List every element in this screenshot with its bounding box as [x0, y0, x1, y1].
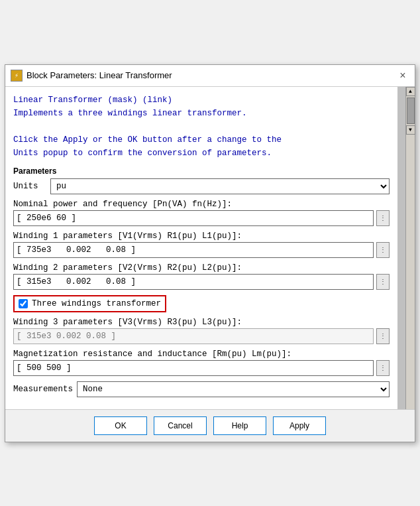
nominal-menu-btn[interactable]: ⋮	[376, 210, 390, 226]
ok-button[interactable]: OK	[94, 416, 147, 435]
units-label: Units	[13, 182, 46, 191]
help-button[interactable]: Help	[213, 416, 266, 435]
desc-line2: Implements a three windings linear trans…	[13, 107, 390, 120]
winding3-input-row: ⋮	[13, 328, 390, 344]
scroll-down-arrow[interactable]: ▼	[406, 125, 415, 135]
content-wrapper: Linear Transformer (mask) (link) Impleme…	[5, 87, 415, 409]
winding3-menu-btn[interactable]: ⋮	[376, 328, 390, 344]
title-bar-left: ⚡ Block Parameters: Linear Transformer	[11, 70, 172, 82]
measurements-label: Measurements	[13, 385, 73, 394]
scroll-up-arrow[interactable]: ▲	[406, 87, 415, 96]
mag-menu-btn[interactable]: ⋮	[376, 360, 390, 376]
units-row: Units pu	[13, 178, 390, 194]
dialog-title: Block Parameters: Linear Transformer	[26, 70, 172, 80]
winding1-menu-btn[interactable]: ⋮	[376, 242, 390, 258]
mag-input-row: ⋮	[13, 360, 390, 376]
winding1-input[interactable]	[13, 242, 374, 258]
title-bar: ⚡ Block Parameters: Linear Transformer ×	[5, 65, 415, 87]
button-row: OK Cancel Help Apply	[5, 409, 415, 442]
desc-line4: Click the Apply or the OK button after a…	[13, 133, 390, 147]
apply-button[interactable]: Apply	[273, 416, 326, 435]
icon-symbol: ⚡	[15, 72, 19, 80]
winding1-label: Winding 1 parameters [V1(Vrms) R1(pu) L1…	[13, 231, 390, 241]
desc-line3	[13, 120, 390, 133]
mag-input[interactable]	[13, 360, 374, 376]
three-windings-label: Three windings transformer	[32, 299, 161, 308]
winding3-input[interactable]	[13, 328, 374, 344]
winding2-menu-btn[interactable]: ⋮	[376, 274, 390, 290]
three-windings-row: Three windings transformer	[13, 295, 166, 312]
description-block: Linear Transformer (mask) (link) Impleme…	[13, 94, 390, 160]
dialog-icon: ⚡	[11, 70, 23, 82]
cancel-button[interactable]: Cancel	[154, 416, 207, 435]
winding3-label: Winding 3 parameters [V3(Vrms) R3(pu) L3…	[13, 318, 390, 327]
three-windings-checkbox[interactable]	[19, 299, 28, 308]
measurements-dropdown[interactable]: None	[77, 381, 390, 397]
winding2-input[interactable]	[13, 274, 374, 290]
close-button[interactable]: ×	[396, 69, 409, 82]
mag-label: Magnetization resistance and inductance …	[13, 349, 390, 359]
desc-line5: Units popup to confirm the conversion of…	[13, 147, 390, 160]
winding1-input-row: ⋮	[13, 242, 390, 258]
desc-line1: Linear Transformer (mask) (link)	[13, 94, 390, 107]
content-area: Linear Transformer (mask) (link) Impleme…	[5, 87, 405, 409]
winding2-label: Winding 2 parameters [V2(Vrms) R2(pu) L2…	[13, 263, 390, 273]
measurements-row: Measurements None	[13, 381, 390, 397]
nominal-input[interactable]	[13, 210, 374, 226]
scroll-thumb[interactable]	[407, 97, 415, 124]
nominal-input-row: ⋮	[13, 210, 390, 226]
dialog-window: ⚡ Block Parameters: Linear Transformer ×…	[5, 64, 415, 442]
scrollbar[interactable]: ▲ ▼	[405, 87, 415, 409]
units-dropdown[interactable]: pu	[50, 178, 390, 194]
parameters-section-label: Parameters	[13, 166, 390, 176]
nominal-label: Nominal power and frequency [Pn(VA) fn(H…	[13, 200, 390, 209]
winding2-input-row: ⋮	[13, 274, 390, 290]
